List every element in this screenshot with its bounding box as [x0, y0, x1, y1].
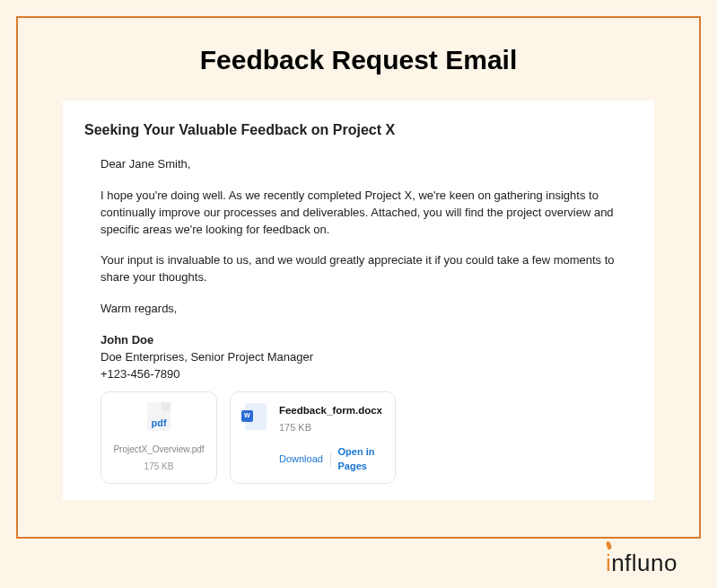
attachment-pdf[interactable]: pdf ProjectX_Overview.pdf 175 KB — [101, 391, 217, 483]
email-paragraph-1: I hope you're doing well. As we recently… — [101, 188, 624, 239]
docx-filename: Feedback_form.docx — [279, 403, 382, 418]
brand-logo: influno — [606, 549, 678, 577]
docx-icon-wrap: W — [243, 403, 268, 432]
open-in-pages-link[interactable]: Open in Pages — [338, 445, 382, 474]
attachment-docx[interactable]: W Feedback_form.docx 175 KB Download Ope… — [230, 391, 396, 483]
word-badge: W — [241, 410, 253, 421]
docx-meta: Feedback_form.docx 175 KB Download Open … — [279, 403, 382, 473]
docx-file-icon: W — [245, 403, 267, 430]
docx-filesize: 175 KB — [279, 421, 382, 435]
pdf-filesize: 175 KB — [144, 461, 174, 474]
download-link[interactable]: Download — [279, 452, 323, 467]
email-subject: Seeking Your Valuable Feedback on Projec… — [84, 122, 633, 138]
signature-company-role: Doe Enterprises, Senior Project Manager — [101, 349, 624, 366]
docx-actions: Download Open in Pages — [279, 445, 382, 474]
attachments-row: pdf ProjectX_Overview.pdf 175 KB W Feedb… — [101, 391, 624, 483]
flame-icon: i — [606, 549, 611, 577]
email-paragraph-2: Your input is invaluable to us, and we w… — [101, 252, 624, 286]
document-frame: Feedback Request Email Seeking Your Valu… — [16, 16, 701, 539]
pdf-badge: pdf — [151, 417, 166, 431]
page-title: Feedback Request Email — [63, 45, 654, 75]
pdf-filename: ProjectX_Overview.pdf — [113, 443, 204, 457]
signature-block: John Doe Doe Enterprises, Senior Project… — [101, 332, 624, 383]
email-body: Dear Jane Smith, I hope you're doing wel… — [84, 156, 633, 484]
action-divider — [330, 453, 331, 466]
signature-name: John Doe — [101, 332, 624, 349]
email-card: Seeking Your Valuable Feedback on Projec… — [63, 101, 654, 500]
signature-phone: +123-456-7890 — [101, 366, 624, 383]
email-closing: Warm regards, — [101, 301, 624, 318]
email-greeting: Dear Jane Smith, — [101, 156, 624, 173]
